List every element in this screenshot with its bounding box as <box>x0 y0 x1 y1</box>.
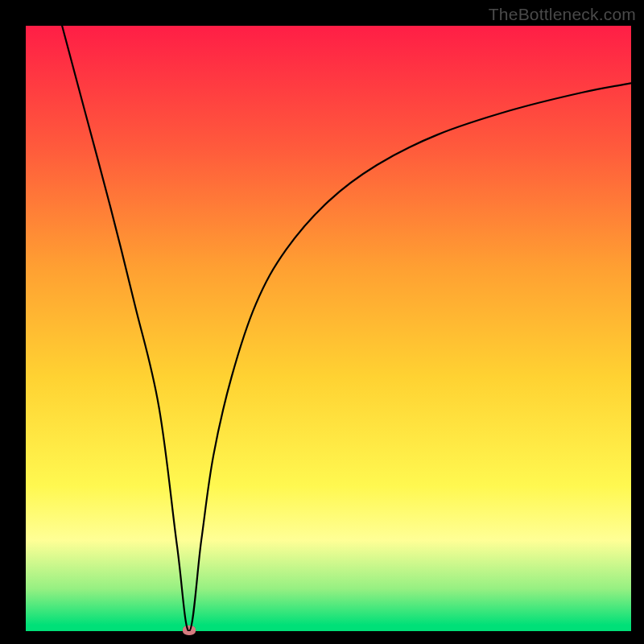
chart-frame <box>26 26 631 631</box>
bottleneck-curve <box>26 26 631 631</box>
watermark-label: TheBottleneck.com <box>489 5 636 24</box>
